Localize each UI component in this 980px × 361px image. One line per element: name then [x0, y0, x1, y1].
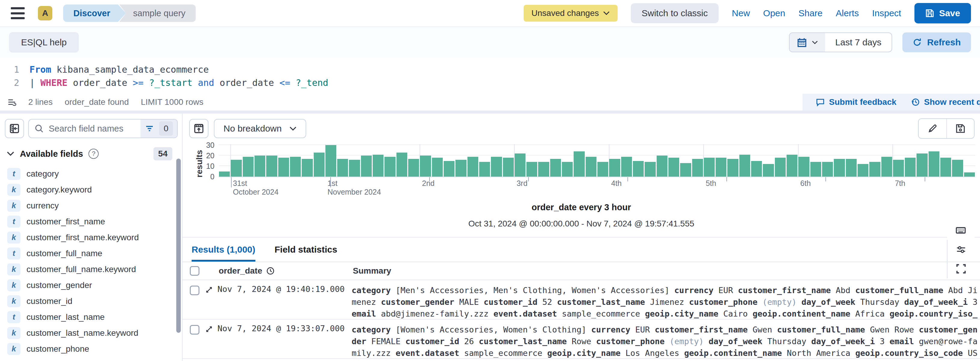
histogram-bar[interactable]: [219, 171, 230, 177]
field-item-customer_full_name.keyword[interactable]: kcustomer_full_name.keyword: [5, 261, 178, 277]
save-visualization-button[interactable]: [946, 119, 974, 138]
date-picker-menu-button[interactable]: [790, 33, 825, 52]
show-recent-queries-link[interactable]: Show recent queries: [911, 97, 980, 107]
histogram-bar[interactable]: [468, 157, 478, 177]
histogram-bar[interactable]: [739, 155, 750, 177]
menu-link-inspect[interactable]: Inspect: [872, 8, 901, 18]
histogram-bar[interactable]: [952, 160, 963, 177]
tab-results[interactable]: Results (1,000): [192, 238, 255, 261]
histogram-bar[interactable]: [384, 157, 395, 177]
sidebar-scrollbar[interactable]: [176, 158, 181, 333]
histogram-bar[interactable]: [810, 162, 821, 177]
histogram-bar[interactable]: [929, 151, 939, 177]
menu-icon[interactable]: [11, 7, 25, 19]
edit-visualization-button[interactable]: [919, 119, 946, 138]
histogram-bar[interactable]: [787, 155, 797, 177]
histogram-bar[interactable]: [349, 160, 360, 177]
esql-help-button[interactable]: ES|QL help: [9, 32, 79, 52]
histogram-bar[interactable]: [479, 162, 490, 177]
keyboard-shortcuts-button[interactable]: [947, 221, 975, 240]
field-item-customer_first_name[interactable]: tcustomer_first_name: [5, 214, 178, 230]
histogram-bar[interactable]: [763, 164, 774, 177]
histogram-bar[interactable]: [668, 158, 679, 177]
field-item-customer_full_name[interactable]: tcustomer_full_name: [5, 245, 178, 261]
editor-line[interactable]: 2| WHERE order_date >= ?_tstart and orde…: [0, 76, 980, 90]
histogram-bar[interactable]: [727, 159, 738, 177]
field-item-category[interactable]: tcategory: [5, 166, 178, 182]
histogram-bar[interactable]: [609, 159, 620, 177]
histogram-bar[interactable]: [597, 162, 608, 177]
expand-row-icon[interactable]: [205, 286, 213, 319]
field-filter-button[interactable]: 0: [140, 120, 177, 138]
histogram-bar[interactable]: [916, 154, 928, 177]
histogram-bar[interactable]: [550, 159, 561, 177]
histogram-bar[interactable]: [266, 155, 277, 177]
expand-row-icon[interactable]: [205, 325, 213, 358]
histogram-bar[interactable]: [515, 154, 525, 177]
histogram-bar[interactable]: [585, 157, 597, 177]
help-icon[interactable]: ?: [88, 149, 99, 159]
histogram-bar[interactable]: [881, 157, 892, 177]
histogram-bar[interactable]: [408, 159, 419, 177]
column-header-summary[interactable]: Summary: [353, 266, 391, 276]
histogram-bar[interactable]: [822, 162, 833, 177]
menu-link-open[interactable]: Open: [763, 8, 785, 18]
histogram-bar[interactable]: [361, 155, 372, 177]
histogram-bar[interactable]: [562, 162, 573, 177]
display-options-button[interactable]: [947, 240, 975, 259]
histogram-bar[interactable]: [278, 158, 289, 177]
export-visualization-button[interactable]: [189, 119, 208, 138]
histogram-bar[interactable]: [858, 164, 869, 177]
histogram-bar[interactable]: [420, 155, 431, 177]
histogram-bar[interactable]: [798, 157, 809, 177]
time-range-value[interactable]: Last 7 days: [825, 33, 892, 52]
histogram-bar[interactable]: [621, 157, 632, 177]
histogram-bar[interactable]: [869, 162, 880, 177]
unsaved-changes-badge[interactable]: Unsaved changes: [524, 5, 617, 22]
space-avatar[interactable]: A: [38, 6, 52, 21]
menu-link-alerts[interactable]: Alerts: [836, 8, 859, 18]
histogram-bar[interactable]: [255, 155, 265, 177]
histogram-bar[interactable]: [337, 159, 348, 177]
histogram-bar[interactable]: [704, 158, 715, 177]
submit-feedback-link[interactable]: Submit feedback: [816, 97, 896, 107]
histogram-bar[interactable]: [644, 162, 655, 177]
histogram-bar[interactable]: [302, 159, 313, 177]
collapse-sidebar-button[interactable]: [5, 119, 24, 138]
field-item-customer_id[interactable]: kcustomer_id: [5, 293, 178, 309]
breadcrumb-discover[interactable]: Discover: [63, 5, 126, 22]
histogram-bar[interactable]: [538, 162, 549, 177]
histogram-bar[interactable]: [396, 152, 407, 177]
histogram-chart[interactable]: results 0102030 31stOctober 20241stNovem…: [183, 144, 975, 196]
menu-link-share[interactable]: Share: [798, 8, 822, 18]
field-item-customer_last_name.keyword[interactable]: kcustomer_last_name.keyword: [5, 325, 178, 341]
select-all-checkbox[interactable]: [190, 266, 199, 276]
histogram-bar[interactable]: [751, 161, 762, 177]
row-checkbox[interactable]: [190, 325, 199, 334]
histogram-bar[interactable]: [373, 155, 383, 177]
histogram-bar[interactable]: [444, 161, 455, 177]
histogram-bar[interactable]: [574, 151, 584, 177]
histogram-bar[interactable]: [716, 158, 726, 177]
histogram-bar[interactable]: [893, 160, 904, 177]
field-item-category.keyword[interactable]: kcategory.keyword: [5, 182, 178, 198]
field-item-currency[interactable]: kcurrency: [5, 198, 178, 214]
field-item-customer_gender[interactable]: kcustomer_gender: [5, 277, 178, 293]
breakdown-select[interactable]: No breakdown: [214, 119, 306, 138]
available-fields-header[interactable]: Available fields ? 54: [5, 147, 178, 160]
histogram-bar[interactable]: [491, 157, 502, 177]
save-button[interactable]: Save: [915, 3, 971, 24]
histogram-bar[interactable]: [432, 158, 443, 177]
histogram-bar[interactable]: [964, 173, 975, 177]
histogram-bar[interactable]: [680, 163, 691, 177]
histogram-bar[interactable]: [290, 157, 301, 177]
esql-editor[interactable]: 1From kibana_sample_data_ecommerce2| WHE…: [0, 58, 980, 94]
histogram-bar[interactable]: [834, 159, 845, 177]
switch-to-classic-button[interactable]: Switch to classic: [631, 3, 719, 23]
histogram-bar[interactable]: [326, 145, 336, 177]
field-item-customer_first_name.keyword[interactable]: kcustomer_first_name.keyword: [5, 230, 178, 245]
histogram-bar[interactable]: [455, 160, 466, 177]
histogram-bar[interactable]: [692, 159, 703, 177]
field-item-customer_phone[interactable]: kcustomer_phone: [5, 341, 178, 357]
histogram-bar[interactable]: [633, 161, 644, 177]
